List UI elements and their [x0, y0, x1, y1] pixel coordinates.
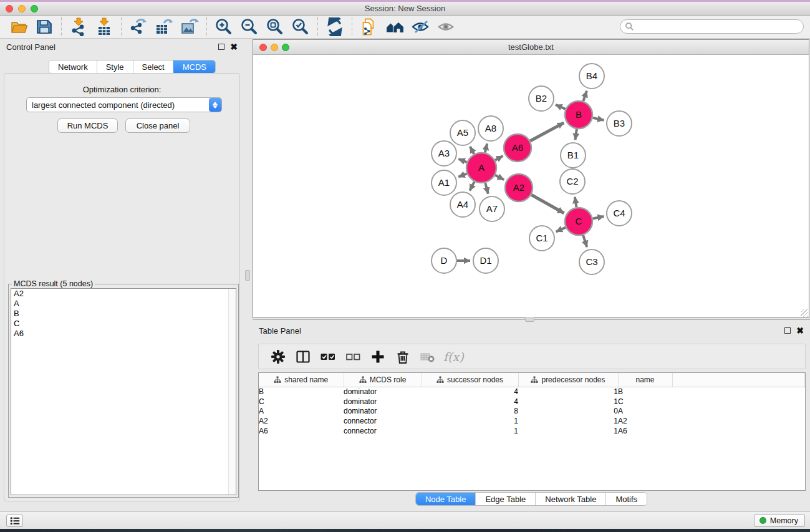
network-minimize-button[interactable]: [271, 44, 278, 51]
graph-node-A5[interactable]: A5: [450, 120, 475, 145]
network-window-titlebar[interactable]: testGlobe.txt: [253, 40, 809, 55]
column-header-predecessor-nodes[interactable]: predecessor nodes: [518, 373, 618, 387]
refresh-button[interactable]: [325, 17, 345, 37]
open-session-button[interactable]: [9, 17, 29, 37]
zoom-fit-button[interactable]: [265, 17, 285, 37]
table-row[interactable]: Adominator 80 A: [259, 407, 805, 417]
graph-node-D1[interactable]: D1: [473, 248, 498, 273]
graph-node-A6[interactable]: A6: [504, 134, 531, 162]
graph-node-D[interactable]: D: [432, 248, 456, 273]
task-history-button[interactable]: [6, 515, 23, 527]
minimize-window-button[interactable]: [18, 5, 26, 12]
result-item[interactable]: B: [11, 309, 236, 319]
close-panel-icon[interactable]: ✖: [230, 44, 238, 50]
column-header-successor-nodes[interactable]: successor nodes: [422, 373, 518, 387]
graph-node-B4[interactable]: B4: [579, 64, 604, 89]
graph-edge-B-B1[interactable]: [575, 129, 576, 140]
zoom-window-button[interactable]: [31, 5, 38, 12]
graph-node-A4[interactable]: A4: [450, 192, 475, 217]
result-item[interactable]: A2: [11, 289, 236, 299]
close-window-button[interactable]: [6, 5, 13, 12]
graph-node-C3[interactable]: C3: [579, 249, 604, 274]
graph-node-C2[interactable]: C2: [560, 169, 585, 194]
criterion-dropdown[interactable]: largest connected component (directed): [26, 97, 222, 112]
graph-edge-C-C1[interactable]: [556, 228, 566, 232]
export-table-button[interactable]: [154, 17, 174, 37]
run-mcds-button[interactable]: Run MCDS: [57, 118, 118, 133]
network-canvas[interactable]: B4B2BB3A8A5A6A3B1AA1C2A2A4A7C4CC1DD1C3: [253, 55, 809, 317]
import-network-button[interactable]: [69, 17, 89, 37]
graph-edge-A-A4[interactable]: [470, 181, 474, 190]
graph-edge-A-A1[interactable]: [458, 173, 467, 177]
search-input[interactable]: [634, 20, 803, 33]
tab-style[interactable]: Style: [97, 60, 133, 73]
window-resize-grip[interactable]: [801, 309, 808, 317]
column-header-shared-name[interactable]: shared name: [259, 373, 344, 387]
save-session-button[interactable]: [34, 17, 54, 37]
tab-motifs[interactable]: Motifs: [605, 493, 647, 505]
table-row[interactable]: Bdominator 41 B: [259, 387, 805, 397]
tab-node-table[interactable]: Node Table: [416, 493, 476, 505]
graph-edge-A-A2[interactable]: [495, 175, 504, 180]
result-item[interactable]: A: [11, 299, 236, 309]
delete-table-button[interactable]: [418, 347, 437, 366]
new-session-button[interactable]: [359, 17, 379, 37]
tab-network[interactable]: Network: [49, 60, 97, 73]
memory-button[interactable]: Memory: [754, 514, 805, 527]
float-table-panel-icon[interactable]: [784, 327, 791, 334]
tab-network-table[interactable]: Network Table: [535, 493, 605, 505]
zoom-out-button[interactable]: [239, 17, 259, 37]
deselect-all-button[interactable]: [344, 347, 362, 366]
tab-mcds[interactable]: MCDS: [173, 60, 215, 73]
graph-node-C4[interactable]: C4: [607, 201, 632, 226]
graph-node-C[interactable]: C: [565, 208, 592, 235]
table-row[interactable]: A6connector 11 A6: [259, 426, 805, 436]
select-all-button[interactable]: [319, 347, 337, 366]
graph-node-A3[interactable]: A3: [432, 141, 456, 166]
show-hide-button[interactable]: [410, 17, 430, 37]
export-image-button[interactable]: [180, 17, 200, 37]
tab-select[interactable]: Select: [133, 60, 173, 73]
graph-node-A7[interactable]: A7: [480, 196, 504, 221]
create-column-button[interactable]: [369, 347, 387, 366]
graph-edge-C-C2[interactable]: [575, 197, 577, 208]
graph-edge-A-A7[interactable]: [485, 183, 488, 194]
graph-edge-B-B3[interactable]: [592, 118, 604, 120]
graph-node-A2[interactable]: A2: [505, 174, 533, 201]
eye-button[interactable]: [436, 17, 456, 37]
graph-edge-A6-B[interactable]: [530, 123, 564, 141]
graph-node-C1[interactable]: C1: [529, 226, 554, 251]
network-close-button[interactable]: [259, 44, 267, 51]
network-zoom-button[interactable]: [282, 44, 289, 51]
graph-edge-C-C3[interactable]: [583, 235, 587, 247]
graph-node-B1[interactable]: B1: [561, 143, 586, 168]
graph-edge-A-A5[interactable]: [470, 147, 474, 154]
graph-edge-B-B4[interactable]: [583, 91, 587, 102]
function-builder-button[interactable]: f(x): [443, 350, 464, 364]
vertical-splitter-grip[interactable]: [245, 270, 250, 281]
graph-edge-A2-C[interactable]: [531, 195, 564, 213]
delete-column-button[interactable]: [393, 347, 412, 366]
graph-edge-B-B2[interactable]: [556, 105, 566, 109]
table-settings-button[interactable]: [269, 347, 287, 366]
graph-edge-C-C4[interactable]: [593, 216, 604, 219]
float-panel-icon[interactable]: [218, 44, 224, 50]
graph-node-B[interactable]: B: [565, 101, 592, 128]
graph-edge-A-A8[interactable]: [485, 143, 487, 152]
graph-node-B2[interactable]: B2: [529, 86, 554, 111]
tab-edge-table[interactable]: Edge Table: [475, 493, 535, 505]
graph-node-A1[interactable]: A1: [432, 170, 456, 195]
graph-node-A[interactable]: A: [466, 153, 496, 183]
column-header-name[interactable]: name: [618, 373, 672, 387]
horizontal-splitter-grip[interactable]: [525, 317, 534, 322]
zoom-selected-button[interactable]: [291, 17, 311, 37]
result-scrollbar[interactable]: [228, 289, 236, 495]
show-column-panel-button[interactable]: [294, 347, 312, 366]
result-item[interactable]: C: [11, 319, 236, 329]
import-table-button[interactable]: [94, 17, 114, 37]
close-table-panel-icon[interactable]: ✖: [796, 327, 804, 334]
graph-edge-A-A6[interactable]: [495, 156, 503, 160]
table-row[interactable]: A2connector 11 A2: [259, 416, 805, 426]
home-button[interactable]: [385, 17, 405, 37]
column-header-mcds-role[interactable]: MCDS role: [344, 373, 422, 387]
